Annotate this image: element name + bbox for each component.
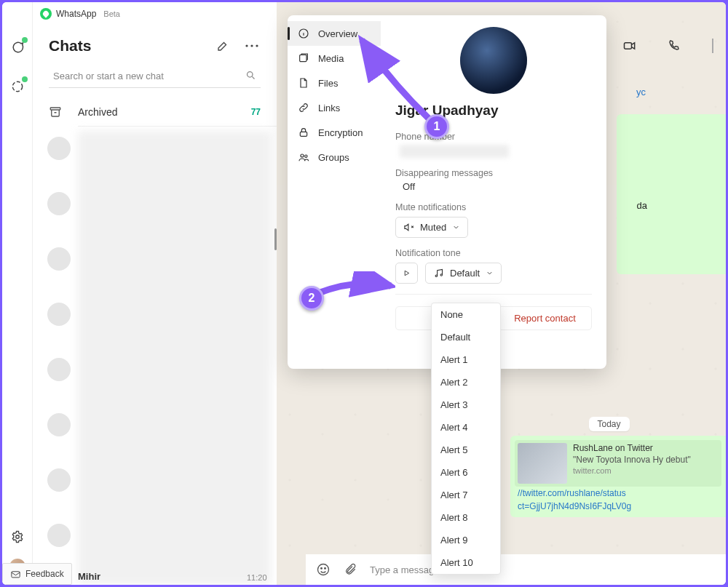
svg-point-19: [440, 274, 443, 276]
svg-point-17: [305, 155, 307, 157]
bottom-chat-name: Mihir: [78, 571, 100, 582]
more-button[interactable]: [243, 37, 261, 55]
search-input[interactable]: [49, 65, 261, 88]
disappearing-label: Disappearing messages: [395, 168, 592, 178]
chevron-down-icon: [452, 223, 460, 231]
nav-files[interactable]: Files: [288, 71, 381, 95]
mail-icon: [10, 569, 21, 580]
svg-point-16: [301, 154, 304, 157]
chat-header-actions: [622, 39, 714, 53]
link-fragment[interactable]: yc: [636, 87, 646, 97]
rail-chats[interactable]: [9, 39, 26, 56]
annotation-badge-2: 2: [299, 286, 324, 311]
nav-overview[interactable]: Overview: [288, 21, 381, 46]
tone-option[interactable]: Alert 3: [432, 394, 500, 416]
left-rail: [2, 2, 33, 585]
tone-option[interactable]: Alert 6: [432, 461, 500, 484]
rail-status[interactable]: [9, 78, 26, 95]
tone-dropdown[interactable]: Default: [425, 263, 502, 284]
search-icon: [711, 39, 714, 53]
svg-rect-20: [12, 571, 20, 577]
file-icon: [298, 77, 309, 89]
nav-media[interactable]: Media: [288, 46, 381, 71]
groups-icon: [298, 151, 309, 163]
chat-list-blurred: [78, 131, 271, 585]
phone-icon: [668, 39, 681, 52]
compose-icon: [216, 39, 229, 52]
svg-point-3: [245, 44, 248, 47]
phone-number-blurred: [400, 145, 509, 158]
feedback-button[interactable]: Feedback: [2, 563, 72, 585]
tone-option[interactable]: Alert 7: [432, 484, 500, 506]
chat-search-button[interactable]: [711, 39, 714, 53]
unread-dot-icon: [22, 37, 28, 43]
message-text: da: [637, 200, 647, 211]
svg-point-0: [12, 81, 22, 91]
search-icon: [245, 70, 256, 81]
svg-rect-2: [218, 41, 228, 51]
nav-links[interactable]: Links: [288, 95, 381, 120]
rail-settings[interactable]: [9, 528, 26, 546]
sidebar-title: Chats: [49, 37, 214, 55]
tone-option[interactable]: Alert 2: [432, 371, 500, 394]
tone-options-menu: None Default Alert 1 Alert 2 Alert 3 Ale…: [431, 303, 501, 575]
preview-thumbnail: [518, 443, 567, 484]
svg-point-10: [318, 564, 329, 575]
voice-call-button[interactable]: [668, 39, 681, 53]
mute-dropdown[interactable]: Muted: [395, 217, 468, 238]
status-dot-icon: [22, 76, 28, 82]
tone-option[interactable]: Alert 5: [432, 439, 500, 461]
svg-point-11: [321, 568, 323, 570]
tone-option[interactable]: Alert 1: [432, 348, 500, 371]
tone-option[interactable]: Alert 10: [432, 551, 500, 574]
chat-avatars: [47, 137, 71, 585]
play-tone-button[interactable]: [395, 263, 418, 284]
tone-option[interactable]: Alert 8: [432, 506, 500, 529]
phone-label: Phone number: [395, 132, 592, 142]
app-name: WhatsApp: [56, 9, 96, 19]
tone-option[interactable]: Default: [432, 326, 500, 348]
lock-icon: [298, 127, 309, 138]
preview-url-1[interactable]: //twitter.com/rushlane/status: [515, 487, 721, 500]
svg-rect-15: [300, 132, 306, 136]
disappearing-value[interactable]: Off: [395, 178, 592, 196]
report-button[interactable]: Report contact: [498, 306, 592, 330]
svg-point-12: [325, 568, 326, 570]
message-input[interactable]: [370, 564, 716, 575]
preview-text: RushLane on Twitter "New Toyota Innova H…: [573, 443, 691, 484]
tone-option[interactable]: Alert 9: [432, 529, 500, 551]
paperclip-icon: [344, 563, 357, 576]
svg-rect-8: [625, 43, 632, 49]
svg-point-18: [435, 275, 438, 277]
archived-row[interactable]: Archived 77: [33, 98, 277, 126]
bottom-chat-time: 11:20: [247, 573, 267, 582]
nav-groups[interactable]: Groups: [288, 145, 381, 169]
music-icon: [433, 268, 444, 279]
panel-nav: Overview Media Files Links Encryption Gr…: [288, 15, 381, 369]
contact-name: Jigar Upadhyay: [395, 103, 592, 119]
message-bubble: [617, 114, 726, 274]
preview-url-2[interactable]: ct=GjjU7jhN4d9NsI6FJqLV0g: [515, 500, 721, 513]
app-edition: Beta: [103, 9, 120, 18]
svg-rect-14: [300, 55, 306, 61]
archived-label: Archived: [78, 106, 235, 118]
attach-button[interactable]: [344, 563, 357, 576]
contact-avatar[interactable]: [460, 27, 527, 94]
svg-rect-9: [712, 39, 713, 53]
compose-bar: [306, 554, 726, 585]
new-chat-button[interactable]: [214, 37, 232, 55]
chat-list[interactable]: [33, 127, 277, 585]
link-preview[interactable]: RushLane on Twitter "New Toyota Innova H…: [510, 436, 726, 517]
svg-point-1: [15, 535, 19, 539]
tone-option[interactable]: Alert 4: [432, 416, 500, 439]
tone-option[interactable]: None: [432, 303, 500, 326]
media-icon: [298, 52, 309, 64]
info-icon: [298, 28, 309, 39]
emoji-icon: [316, 562, 331, 577]
search-wrap: [49, 65, 261, 88]
video-call-button[interactable]: [622, 39, 637, 53]
mute-label: Mute notifications: [395, 202, 592, 212]
tone-label: Notification tone: [395, 248, 592, 258]
emoji-button[interactable]: [316, 562, 331, 577]
nav-encryption[interactable]: Encryption: [288, 120, 381, 145]
